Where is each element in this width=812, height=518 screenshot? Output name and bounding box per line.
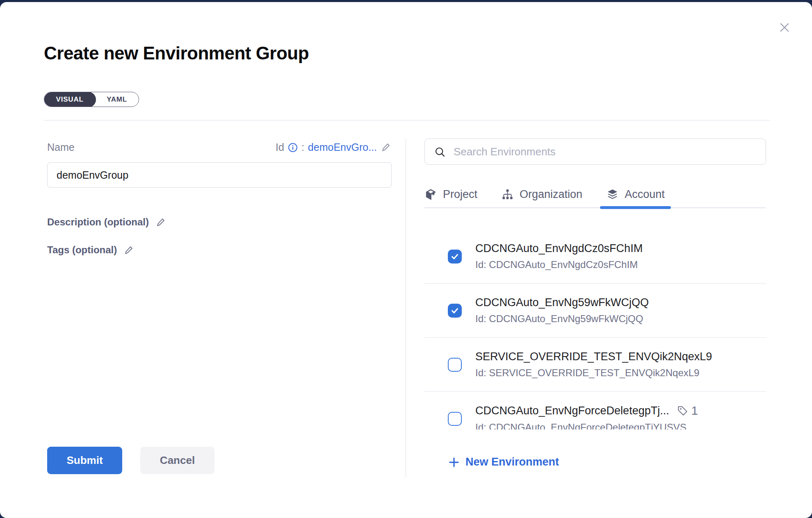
environment-row[interactable]: CDCNGAuto_EnvNgdCz0sFChIM Id: CDCNGAuto_… xyxy=(424,229,766,284)
environment-title: CDCNGAuto_EnvNgdCz0sFChIM xyxy=(475,242,643,255)
environment-checkbox[interactable] xyxy=(448,412,462,426)
id-prefix-label: Id xyxy=(276,141,284,153)
environment-id: Id: SERVICE_OVERRIDE_TEST_ENVQik2NqexL9 xyxy=(475,367,712,379)
environment-row[interactable]: CDCNGAuto_EnvNg59wFkWCjQQ Id: CDCNGAuto_… xyxy=(424,284,766,338)
tab-organization[interactable]: Organization xyxy=(501,181,582,207)
environment-id: Id: CDCNGAuto_EnvNgForceDeletegpTjYUSVS xyxy=(475,422,698,429)
edit-description-pencil-icon[interactable] xyxy=(155,217,167,228)
tag-count-badge: 1 xyxy=(677,404,698,418)
environment-title: CDCNGAuto_EnvNgForceDeletegpTj... xyxy=(475,404,669,417)
scope-tabs: Project Organization xyxy=(424,181,766,208)
toggle-yaml[interactable]: YAML xyxy=(95,92,139,107)
search-environments-input[interactable] xyxy=(425,139,766,164)
toggle-visual[interactable]: VISUAL xyxy=(44,92,96,107)
edit-id-pencil-icon[interactable] xyxy=(381,142,392,153)
environment-checkbox[interactable] xyxy=(448,250,462,264)
tags-label: Tags (optional) xyxy=(47,244,117,256)
check-icon xyxy=(450,252,459,261)
id-group: Id : demoEnvGro... xyxy=(276,141,392,153)
info-icon[interactable] xyxy=(288,143,298,152)
environment-title: SERVICE_OVERRIDE_TEST_ENVQik2NqexL9 xyxy=(475,350,712,363)
new-environment-button[interactable]: New Environment xyxy=(448,456,559,468)
layers-icon xyxy=(606,188,619,201)
tags-row: Tags (optional) xyxy=(47,244,135,256)
id-separator: : xyxy=(301,141,304,153)
org-chart-icon xyxy=(501,188,514,201)
close-icon xyxy=(778,20,791,34)
submit-button[interactable]: Submit xyxy=(47,447,122,474)
column-divider xyxy=(406,139,406,477)
name-input[interactable] xyxy=(47,162,392,188)
visual-yaml-toggle: VISUAL YAML xyxy=(44,92,139,107)
tab-account-label: Account xyxy=(625,188,665,201)
tab-organization-label: Organization xyxy=(520,188,582,201)
header-divider xyxy=(44,120,770,120)
environment-id: Id: CDCNGAuto_EnvNg59wFkWCjQQ xyxy=(475,313,649,325)
environments-panel: Project Organization xyxy=(424,139,766,468)
tag-icon xyxy=(677,405,689,417)
search-icon xyxy=(434,146,446,158)
cube-icon xyxy=(424,188,437,201)
tab-project[interactable]: Project xyxy=(424,181,477,207)
search-box xyxy=(424,139,766,165)
environment-row[interactable]: CDCNGAuto_EnvNgForceDeletegpTj... 1 Id: … xyxy=(424,392,766,429)
edit-tags-pencil-icon[interactable] xyxy=(123,245,135,256)
new-environment-label: New Environment xyxy=(465,456,559,468)
name-label: Name xyxy=(47,141,75,153)
cancel-button[interactable]: Cancel xyxy=(140,447,214,474)
id-value-link[interactable]: demoEnvGro... xyxy=(308,141,377,153)
dialog-title: Create new Environment Group xyxy=(44,43,309,64)
plus-icon xyxy=(448,456,460,468)
environment-texts: SERVICE_OVERRIDE_TEST_ENVQik2NqexL9 Id: … xyxy=(475,350,712,379)
environment-id: Id: CDCNGAuto_EnvNgdCz0sFChIM xyxy=(475,259,643,270)
close-button[interactable] xyxy=(778,18,796,36)
description-row: Description (optional) xyxy=(47,216,167,228)
environment-texts: CDCNGAuto_EnvNg59wFkWCjQQ Id: CDCNGAuto_… xyxy=(475,296,649,325)
tag-count: 1 xyxy=(691,404,698,418)
create-env-group-dialog: Create new Environment Group VISUAL YAML… xyxy=(0,2,812,518)
tab-account[interactable]: Account xyxy=(606,181,665,207)
name-id-row: Name Id : demoEnvGro... xyxy=(47,141,392,153)
environment-texts: CDCNGAuto_EnvNgdCz0sFChIM Id: CDCNGAuto_… xyxy=(475,242,643,270)
check-icon xyxy=(450,306,459,315)
environment-row[interactable]: SERVICE_OVERRIDE_TEST_ENVQik2NqexL9 Id: … xyxy=(424,338,766,392)
tab-project-label: Project xyxy=(443,188,477,201)
name-field-wrap xyxy=(47,162,392,188)
environment-checkbox[interactable] xyxy=(448,304,462,318)
environment-title: CDCNGAuto_EnvNg59wFkWCjQQ xyxy=(475,296,649,309)
environment-texts: CDCNGAuto_EnvNgForceDeletegpTj... 1 Id: … xyxy=(475,404,698,429)
description-label: Description (optional) xyxy=(47,216,149,228)
environment-list: CDCNGAuto_EnvNgdCz0sFChIM Id: CDCNGAuto_… xyxy=(424,229,766,429)
environment-checkbox[interactable] xyxy=(448,358,462,372)
